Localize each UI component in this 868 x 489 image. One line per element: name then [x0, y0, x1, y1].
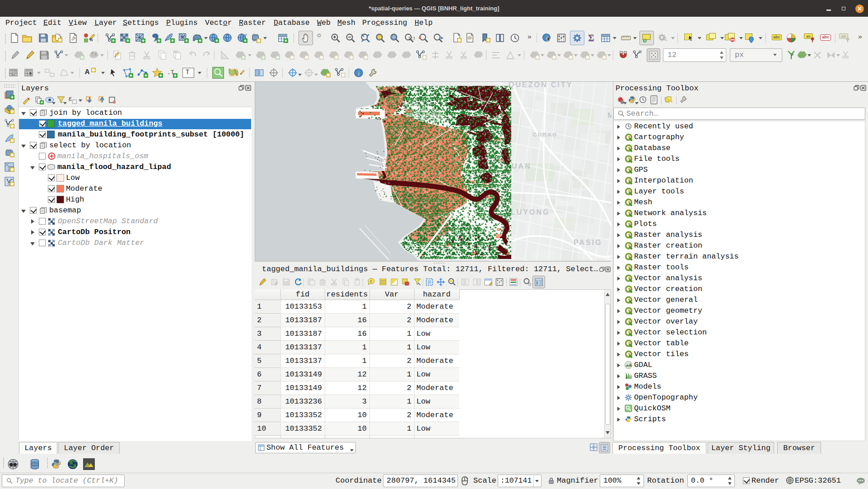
- svg-text:CUBAO: CUBAO: [533, 132, 558, 137]
- svg-text:ε: ε: [370, 279, 372, 284]
- svg-text:QUEZON CITY: QUEZON CITY: [509, 82, 573, 89]
- svg-text:1:1: 1:1: [408, 36, 415, 41]
- svg-text:LUYONG: LUYONG: [511, 208, 550, 216]
- svg-text:M: M: [607, 111, 611, 120]
- svg-text:PASIG: PASIG: [574, 239, 602, 246]
